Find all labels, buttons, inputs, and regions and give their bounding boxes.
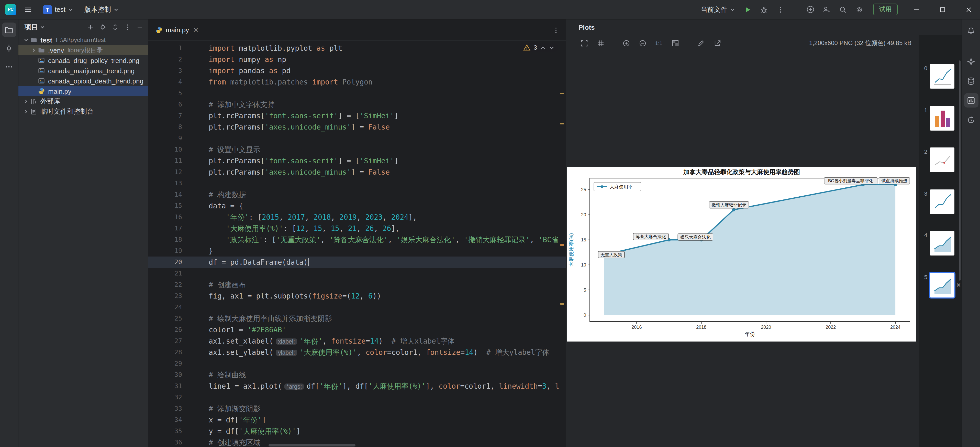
code-line-19[interactable]: 19} xyxy=(148,245,566,257)
inspections-widget[interactable]: 3 xyxy=(520,43,557,52)
code-line-22[interactable]: 22# 创建画布 xyxy=(148,279,566,290)
code-line-21[interactable]: 21 xyxy=(148,268,566,279)
plot-thumbnail-0[interactable] xyxy=(930,64,955,89)
line-number[interactable]: 24 xyxy=(148,302,194,313)
warning-stripe-mark[interactable] xyxy=(560,303,564,305)
project-tree-item-canada_marijuana_trend.png[interactable]: canada_marijuana_trend.png xyxy=(18,65,148,76)
code-text[interactable]: # 添加中文字体支持 xyxy=(194,99,558,110)
line-number[interactable]: 26 xyxy=(148,324,194,335)
line-number[interactable]: 13 xyxy=(148,178,194,189)
zoom-in-icon[interactable] xyxy=(620,37,632,49)
panel-options-icon[interactable] xyxy=(122,22,132,32)
project-tree-item-canada_opioid_death_trend.png[interactable]: canada_opioid_death_trend.png xyxy=(18,76,148,86)
line-number[interactable]: 6 xyxy=(148,99,194,110)
code-line-7[interactable]: 7plt.rcParams['font.sans-serif'] = ['Sim… xyxy=(148,110,566,121)
tree-chevron-down-icon[interactable] xyxy=(22,37,30,43)
prev-issue-icon[interactable] xyxy=(540,45,546,50)
vcs-widget[interactable]: 版本控制 xyxy=(81,3,122,16)
line-number[interactable]: 16 xyxy=(148,211,194,223)
line-number[interactable]: 32 xyxy=(148,392,194,403)
grid-icon[interactable] xyxy=(595,37,606,49)
transparency-checker-icon[interactable] xyxy=(670,37,681,49)
ai-assistant-icon[interactable] xyxy=(803,3,817,16)
fit-to-window-icon[interactable] xyxy=(579,37,590,49)
tab-close-icon[interactable]: ✕ xyxy=(192,26,200,34)
code-text[interactable]: plt.rcParams['axes.unicode_minus'] = Fal… xyxy=(194,166,558,178)
code-text[interactable]: color1 = '#2E86AB' xyxy=(194,324,558,335)
code-line-30[interactable]: 30# 绘制曲线 xyxy=(148,369,566,380)
code-line-24[interactable]: 24 xyxy=(148,302,566,313)
line-number[interactable]: 29 xyxy=(148,358,194,369)
code-line-5[interactable]: 5 xyxy=(148,88,566,99)
line-number[interactable]: 33 xyxy=(148,403,194,414)
line-number[interactable]: 30 xyxy=(148,369,194,380)
code-line-34[interactable]: 34x = df['年份'] xyxy=(148,414,566,426)
code-line-20[interactable]: 20df = pd.DataFrame(data) xyxy=(148,257,566,268)
code-text[interactable]: fig, ax1 = plt.subplots(figsize=(12, 6)) xyxy=(194,290,558,302)
sciview-plots-tool-icon[interactable] xyxy=(964,93,978,107)
line-number[interactable]: 31 xyxy=(148,380,194,392)
debug-button[interactable] xyxy=(757,3,771,16)
code-text[interactable]: from matplotlib.patches import Polygon xyxy=(194,76,558,88)
line-number[interactable]: 11 xyxy=(148,155,194,166)
notifications-bell-icon[interactable] xyxy=(964,24,978,38)
line-number[interactable]: 17 xyxy=(148,223,194,234)
line-number[interactable]: 4 xyxy=(148,76,194,88)
code-line-23[interactable]: 23fig, ax1 = plt.subplots(figsize=(12, 6… xyxy=(148,290,566,302)
line-number[interactable]: 35 xyxy=(148,426,194,437)
code-line-28[interactable]: 28ax1.set_ylabel(ylabel:'大麻使用率(%)', colo… xyxy=(148,346,566,358)
line-number[interactable]: 21 xyxy=(148,268,194,279)
line-number[interactable]: 34 xyxy=(148,414,194,426)
code-text[interactable]: import pandas as pd xyxy=(194,65,558,76)
code-line-26[interactable]: 26color1 = '#2E86AB' xyxy=(148,324,566,335)
code-line-27[interactable]: 27ax1.set_xlabel(xlabel:'年份', fontsize=1… xyxy=(148,335,566,346)
code-line-32[interactable]: 32 xyxy=(148,392,566,403)
code-text[interactable] xyxy=(194,133,558,144)
project-tree-item-外部库[interactable]: 外部库 xyxy=(18,96,148,107)
code-text[interactable]: x = df['年份'] xyxy=(194,414,558,426)
code-line-17[interactable]: 17 '大麻使用率(%)': [12, 15, 15, 21, 26, 26], xyxy=(148,223,566,234)
line-number[interactable]: 7 xyxy=(148,110,194,121)
line-number[interactable]: 2 xyxy=(148,54,194,65)
new-item-icon[interactable] xyxy=(86,22,95,32)
add-user-icon[interactable] xyxy=(820,3,833,16)
code-text[interactable]: '大麻使用率(%)': [12, 15, 15, 21, 26, 26], xyxy=(194,223,558,234)
code-text[interactable]: df = pd.DataFrame(data) xyxy=(194,257,558,268)
hide-panel-icon[interactable] xyxy=(135,22,145,32)
database-tool-icon[interactable] xyxy=(964,74,978,88)
code-text[interactable]: # 创建画布 xyxy=(194,279,558,290)
code-text[interactable]: data = { xyxy=(194,200,558,211)
code-text[interactable]: # 绘制曲线 xyxy=(194,369,558,380)
code-text[interactable]: ax1.set_ylabel(ylabel:'大麻使用率(%)', color=… xyxy=(194,346,558,358)
code-line-10[interactable]: 10# 设置中文显示 xyxy=(148,144,566,155)
plot-thumbnail-1[interactable] xyxy=(930,106,955,131)
warning-stripe-mark[interactable] xyxy=(560,244,564,246)
line-number[interactable]: 27 xyxy=(148,335,194,346)
code-line-14[interactable]: 14# 构建数据 xyxy=(148,189,566,200)
window-close-button[interactable] xyxy=(957,0,980,19)
search-icon[interactable] xyxy=(836,3,850,16)
trial-button[interactable]: 试用 xyxy=(873,3,898,15)
tab-main-py[interactable]: main.py ✕ xyxy=(148,19,205,40)
code-line-8[interactable]: 8plt.rcParams['axes.unicode_minus'] = Fa… xyxy=(148,121,566,133)
line-number[interactable]: 18 xyxy=(148,234,194,245)
line-number[interactable]: 12 xyxy=(148,166,194,178)
more-actions-icon[interactable] xyxy=(774,3,787,16)
line-number[interactable]: 8 xyxy=(148,121,194,133)
code-text[interactable]: # 设置中文显示 xyxy=(194,144,558,155)
code-text[interactable]: import matplotlib.pyplot as plt xyxy=(194,43,558,54)
line-number[interactable]: 14 xyxy=(148,189,194,200)
code-line-9[interactable]: 9 xyxy=(148,133,566,144)
code-text[interactable]: line1 = ax1.plot(*args:df['年份'], df['大麻使… xyxy=(194,380,558,392)
code-line-18[interactable]: 18 '政策标注': ['无重大政策', '筹备大麻合法化', '娱乐大麻合法化… xyxy=(148,234,566,245)
code-line-31[interactable]: 31line1 = ax1.plot(*args:df['年份'], df['大… xyxy=(148,380,566,392)
tree-chevron-right-icon[interactable] xyxy=(30,48,37,53)
code-text[interactable]: '政策标注': ['无重大政策', '筹备大麻合法化', '娱乐大麻合法化', … xyxy=(194,234,558,245)
line-number[interactable]: 28 xyxy=(148,346,194,358)
code-text[interactable] xyxy=(194,302,558,313)
run-configuration-widget[interactable]: 当前文件 xyxy=(698,3,738,16)
plot-thumbnail-4[interactable] xyxy=(930,231,955,255)
commit-tool-icon[interactable] xyxy=(2,41,16,55)
zoom-out-icon[interactable] xyxy=(637,37,648,49)
code-line-36[interactable]: 36# 创建填充区域 xyxy=(148,437,566,447)
